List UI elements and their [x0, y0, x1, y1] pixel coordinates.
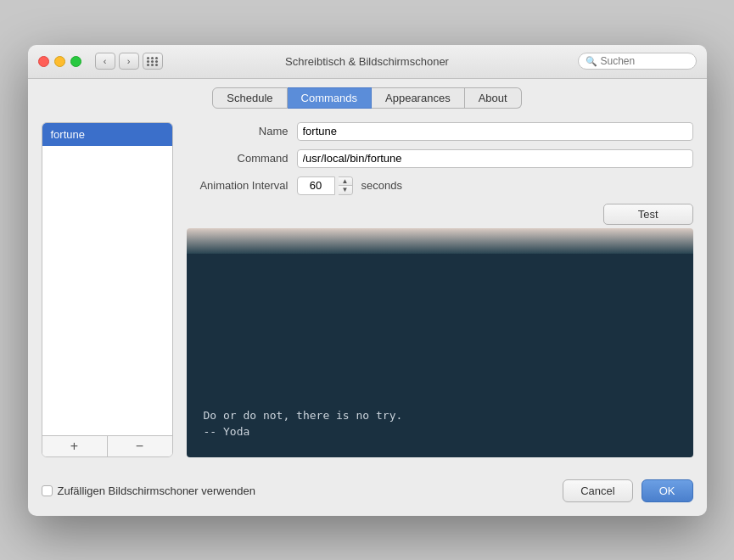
grid-button[interactable] [143, 53, 163, 70]
terminal-line2: -- Yoda [204, 423, 676, 440]
interval-spinner: ▲ ▼ seconds [297, 176, 402, 195]
tab-bar: Schedule Commands Appearances About [28, 79, 707, 109]
terminal-line1: Do or do not, there is no try. [204, 407, 676, 424]
close-button[interactable] [38, 56, 49, 67]
minimize-button[interactable] [54, 56, 65, 67]
spinner-up[interactable]: ▲ [339, 177, 352, 187]
content-area: fortune + − Name Command Animation Inter… [28, 109, 707, 471]
interval-input[interactable] [297, 176, 335, 195]
checkbox-area: Zufälligen Bildschirmschoner verwenden [42, 484, 563, 497]
bottom-bar: Zufälligen Bildschirmschoner verwenden C… [28, 471, 707, 516]
sidebar-list: fortune + − [42, 122, 173, 457]
preview-area: Do or do not, there is no try. -- Yoda [187, 228, 693, 457]
tab-schedule[interactable]: Schedule [212, 87, 287, 109]
grid-icon [147, 57, 159, 66]
form-section: Name Command Animation Interval ▲ ▼ seco… [187, 122, 693, 457]
gradient-overlay [187, 228, 693, 254]
forward-button[interactable]: › [119, 53, 139, 70]
titlebar: ‹ › Schreibtisch & Bildschirmschoner 🔍 [28, 45, 707, 79]
list-area: fortune [42, 123, 172, 435]
window-title: Schreibtisch & Bildschirmschoner [285, 55, 449, 68]
spinner-controls: ▲ ▼ [339, 176, 353, 195]
tab-commands[interactable]: Commands [288, 87, 372, 109]
maximize-button[interactable] [70, 56, 81, 67]
tab-appearances[interactable]: Appearances [372, 87, 465, 109]
search-icon: 🔍 [586, 56, 597, 67]
terminal-preview: Do or do not, there is no try. -- Yoda [187, 254, 693, 457]
test-row: Test [187, 204, 693, 225]
list-item[interactable]: fortune [42, 123, 172, 146]
cancel-button[interactable]: Cancel [563, 479, 632, 502]
name-row: Name [187, 122, 693, 141]
dialog-buttons: Cancel OK [563, 479, 692, 502]
main-window: ‹ › Schreibtisch & Bildschirmschoner 🔍 S… [28, 45, 707, 516]
test-button[interactable]: Test [603, 204, 693, 225]
search-box[interactable]: 🔍 [578, 53, 697, 70]
add-button[interactable]: + [42, 436, 108, 456]
name-input[interactable] [297, 122, 693, 141]
nav-buttons: ‹ › [95, 53, 139, 70]
command-input[interactable] [297, 149, 693, 168]
interval-label: Animation Interval [187, 179, 297, 192]
random-checkbox[interactable] [42, 485, 53, 496]
search-input[interactable] [601, 55, 689, 67]
seconds-label: seconds [361, 179, 402, 192]
checkbox-label: Zufälligen Bildschirmschoner verwenden [58, 484, 255, 497]
spinner-down[interactable]: ▼ [339, 186, 352, 194]
name-label: Name [187, 125, 297, 137]
back-button[interactable]: ‹ [95, 53, 115, 70]
ok-button[interactable]: OK [642, 479, 693, 502]
traffic-lights [38, 56, 81, 67]
terminal-text: Do or do not, there is no try. -- Yoda [204, 407, 676, 440]
tab-about[interactable]: About [465, 87, 522, 109]
command-row: Command [187, 149, 693, 168]
command-label: Command [187, 152, 297, 165]
list-controls: + − [42, 435, 172, 456]
remove-button[interactable]: − [108, 436, 172, 456]
interval-row: Animation Interval ▲ ▼ seconds [187, 176, 693, 195]
